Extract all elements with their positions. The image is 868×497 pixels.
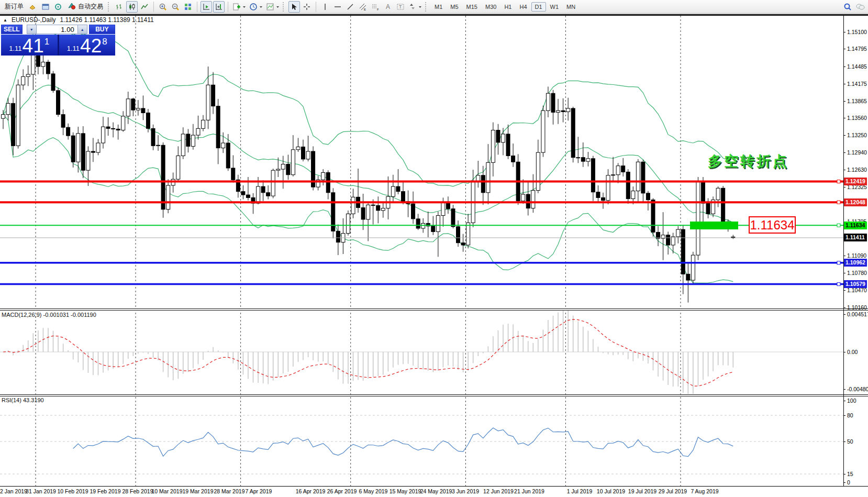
chart-annotation-text[interactable]: 多空转折点 [708, 152, 789, 171]
axis-tick-mark [843, 67, 845, 67]
candle-body [302, 147, 305, 159]
candle-body [721, 188, 725, 222]
candle-body [191, 135, 195, 146]
candle-body [511, 156, 515, 162]
rsi-value: 43.3190 [23, 397, 44, 403]
axis-tick-mark [843, 389, 845, 390]
volume-input[interactable] [37, 25, 77, 34]
candle-body [296, 147, 300, 149]
candle-body [591, 159, 595, 192]
price-level-label[interactable]: 1.11634 [749, 216, 796, 234]
candle-body [186, 134, 190, 146]
line-anchor-marker [837, 224, 840, 227]
candle-body [291, 150, 295, 175]
candle-body [361, 208, 365, 219]
candle-body [541, 111, 545, 152]
mt4-window: 新订单 自动交易 [0, 0, 868, 497]
candle-body [676, 229, 680, 237]
candle-body [551, 93, 555, 112]
candle-body [371, 205, 375, 205]
candle-body [376, 205, 380, 211]
date-tick-label: 7 Aug 2019 [683, 488, 727, 494]
candle-body [91, 151, 95, 152]
candle-body [566, 108, 570, 112]
highlight-rectangle [690, 222, 738, 229]
candle-body [631, 191, 635, 199]
candle-body [636, 162, 640, 191]
collapse-triangle-icon[interactable]: ▲ [3, 18, 7, 23]
axis-tick-mark [843, 170, 845, 170]
macd-tick-label: -0.004806 [847, 386, 868, 392]
ohlc-values: 1.11426 1.11463 1.11389 1.11411 [60, 16, 154, 24]
axis-tick-mark [843, 152, 845, 153]
chart-canvas[interactable] [0, 0, 868, 497]
buy-button[interactable]: BUY [89, 25, 115, 34]
candle-body [481, 175, 485, 193]
candle-body [21, 76, 25, 85]
candle-body [261, 186, 265, 193]
price-line-badge: 1.11411 [844, 234, 867, 241]
price-tick-label: 1.12940 [847, 149, 867, 156]
candle-body [666, 235, 670, 245]
candle-body [531, 191, 535, 208]
candle-body [181, 134, 185, 156]
candle-body [702, 182, 705, 204]
price-tick-label: 1.13865 [847, 98, 867, 104]
candle-body [61, 115, 65, 128]
price-line-badge: 1.12048 [844, 198, 867, 206]
price-tick-label: 1.14175 [847, 81, 867, 87]
candle-body [346, 214, 350, 233]
candle-body [76, 134, 80, 162]
axis-tick-mark [843, 415, 845, 416]
sell-price[interactable]: 1.11411 [1, 35, 58, 56]
line-anchor-marker [837, 201, 840, 204]
price-line-badge: 1.11634 [844, 222, 867, 229]
candle-body [411, 204, 415, 219]
candle-body [536, 152, 540, 190]
candle-body [266, 193, 270, 196]
candle-body [466, 223, 470, 245]
price-tick-label: 1.10780 [847, 270, 867, 276]
candle-body [681, 229, 685, 274]
candle-body [212, 85, 215, 106]
price-tick-label: 1.14485 [847, 63, 867, 70]
candle-body [12, 103, 15, 146]
candle-body [576, 158, 580, 158]
sell-button[interactable]: SELL [1, 25, 23, 34]
candle-body [102, 127, 105, 143]
candle-body [166, 185, 170, 209]
buy-price[interactable]: 1.11428 [59, 35, 116, 56]
candle-body [57, 91, 60, 115]
candle-body [126, 99, 130, 116]
candle-body [602, 197, 605, 200]
macd-indicator-label: MACD(12,26,9) -0.001031 -0.001190 [2, 312, 96, 318]
volume-increase-button[interactable]: ▲ [77, 25, 87, 34]
candle-body [506, 134, 510, 156]
rsi-tick-label: 50 [847, 438, 853, 445]
candle-body [416, 219, 420, 228]
candle-body [116, 129, 120, 130]
axis-tick-mark [843, 256, 845, 256]
price-tick-label: 1.10160 [847, 304, 867, 311]
candle-body [646, 193, 650, 200]
volume-decrease-button[interactable]: ▼ [27, 25, 37, 34]
axis-tick-mark [843, 474, 845, 474]
pane-separator[interactable] [0, 394, 868, 396]
candle-body [686, 274, 690, 280]
candle-body [241, 192, 245, 195]
candle-body [246, 195, 250, 197]
one-click-trading-panel: SELL ▼ ▲ BUY 1.11411 1.11428 [1, 25, 115, 56]
price-line-badge: 1.12419 [844, 178, 867, 185]
axis-tick-mark [843, 273, 845, 273]
candle-body [606, 175, 610, 201]
candle-body [106, 127, 110, 128]
line-anchor-marker [837, 283, 840, 286]
candle-body [571, 108, 575, 158]
candle-body [81, 134, 85, 170]
candle-body [486, 162, 490, 193]
pane-separator[interactable] [0, 308, 868, 311]
price-tick-label: 1.15100 [847, 29, 867, 35]
macd-values: -0.001031 -0.001190 [43, 312, 96, 318]
macd-tick-label: 0.004517 [847, 311, 868, 317]
candle-body [496, 130, 500, 142]
